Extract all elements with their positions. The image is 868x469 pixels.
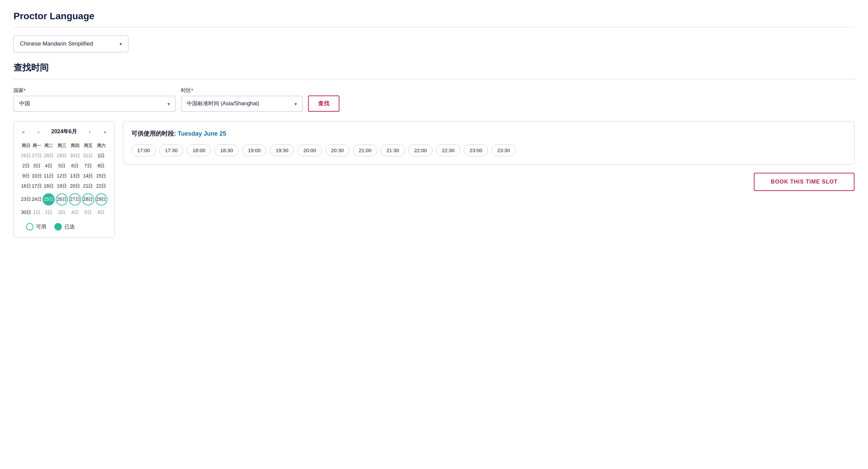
calendar-day[interactable]: 28日 <box>81 191 95 208</box>
timeslot-button[interactable]: 20:00 <box>298 144 322 156</box>
calendar-day[interactable]: 10日 <box>31 171 42 181</box>
timeslot-button[interactable]: 18:30 <box>214 144 239 156</box>
calendar-week-row: 2日3日4日5日6日7日8日 <box>21 161 108 171</box>
book-btn-row: BOOK THIS TIME SLOT <box>123 173 854 191</box>
calendar-day[interactable]: 15日 <box>95 171 108 181</box>
cal-prev-prev-button[interactable]: « <box>21 128 26 135</box>
calendar-week-row: 16日17日18日19日20日21日22日 <box>21 181 108 191</box>
timezone-dropdown[interactable]: 中国标准时间 (Asia/Shanghai) ▾ <box>181 96 303 112</box>
timeslot-button[interactable]: 23:30 <box>491 144 516 156</box>
calendar-day[interactable]: 21日 <box>81 181 95 191</box>
search-button[interactable]: 查找 <box>308 95 339 112</box>
calendar-day[interactable]: 20日 <box>68 181 81 191</box>
calendar-day[interactable]: 17日 <box>31 181 42 191</box>
calendar-day[interactable]: 14日 <box>81 171 95 181</box>
title-divider <box>14 27 854 27</box>
calendar-day[interactable]: 27日 <box>68 191 81 208</box>
calendar-day[interactable]: 3日 <box>31 161 42 171</box>
fields-row: 国家* 中国 ▾ 时区* 中国标准时间 (Asia/Shanghai) ▾ 查找 <box>14 87 854 112</box>
calendar-day: 4日 <box>68 208 81 218</box>
timeslot-button[interactable]: 22:30 <box>436 144 460 156</box>
calendar-day[interactable]: 16日 <box>21 181 31 191</box>
calendar-day: 31日 <box>81 151 95 161</box>
calendar-day[interactable]: 13日 <box>68 171 81 181</box>
calendar-weekday: 周一 <box>31 141 42 151</box>
calendar-day: 3日 <box>55 208 69 218</box>
timeslot-button[interactable]: 17:30 <box>159 144 183 156</box>
calendar-week-row: 30日1日2日3日4日5日6日 <box>21 208 108 218</box>
calendar-day[interactable]: 23日 <box>21 191 31 208</box>
legend-selected: 已选 <box>54 223 75 230</box>
calendar-day[interactable]: 2日 <box>21 161 31 171</box>
calendar-day: 28日 <box>42 151 55 161</box>
cal-next-button[interactable]: › <box>87 128 92 135</box>
calendar-body: 26日27日28日29日30日31日1日2日3日4日5日6日7日8日9日10日1… <box>21 151 108 218</box>
calendar-box: « ‹ 2024年6月 › » 周日周一周二周三周四周五周六 26日27日28日… <box>14 121 115 238</box>
calendar-day[interactable]: 29日 <box>95 191 108 208</box>
calendar-day: 5日 <box>81 208 95 218</box>
timeslots-title-label: 可供使用的时段: <box>131 130 176 137</box>
country-field-group: 国家* 中国 ▾ <box>14 87 176 112</box>
calendar-day[interactable]: 30日 <box>21 208 31 218</box>
country-chevron-icon: ▾ <box>168 101 170 107</box>
calendar-weekday: 周日 <box>21 141 31 151</box>
timeslot-button[interactable]: 22:00 <box>408 144 433 156</box>
calendar-day[interactable]: 19日 <box>55 181 69 191</box>
book-timeslot-button[interactable]: BOOK THIS TIME SLOT <box>754 173 854 191</box>
timeslots-box: 可供使用的时段: Tuesday June 25 17:0017:3018:00… <box>123 121 854 165</box>
calendar-header: « ‹ 2024年6月 › » <box>21 128 108 135</box>
cal-prev-button[interactable]: ‹ <box>36 128 41 135</box>
calendar-day: 1日 <box>31 208 42 218</box>
calendar-month-label: 2024年6月 <box>51 128 77 135</box>
timezone-label: 时区* <box>181 87 303 94</box>
calendar-day[interactable]: 4日 <box>42 161 55 171</box>
timeslot-button[interactable]: 23:00 <box>464 144 488 156</box>
timeslot-button[interactable]: 21:30 <box>381 144 405 156</box>
calendar-day[interactable]: 6日 <box>68 161 81 171</box>
calendar-week-row: 9日10日11日12日13日14日15日 <box>21 171 108 181</box>
country-dropdown[interactable]: 中国 ▾ <box>14 96 176 112</box>
timeslots-title-date: Tuesday June 25 <box>178 130 226 137</box>
timeslots-title: 可供使用的时段: Tuesday June 25 <box>131 130 846 138</box>
timeslot-button[interactable]: 19:00 <box>242 144 266 156</box>
calendar-day: 27日 <box>31 151 42 161</box>
timeslot-button[interactable]: 20:30 <box>325 144 350 156</box>
calendar-day[interactable]: 12日 <box>55 171 69 181</box>
legend-selected-icon <box>54 223 62 230</box>
calendar-day[interactable]: 18日 <box>42 181 55 191</box>
timeslots-grid: 17:0017:3018:0018:3019:0019:3020:0020:30… <box>131 144 846 156</box>
calendar-weekday: 周二 <box>42 141 55 151</box>
timeslot-button[interactable]: 18:00 <box>187 144 211 156</box>
calendar-weekday: 周三 <box>55 141 69 151</box>
calendar-weekday: 周六 <box>95 141 108 151</box>
search-section: 国家* 中国 ▾ 时区* 中国标准时间 (Asia/Shanghai) ▾ 查找 <box>14 87 854 112</box>
timeslot-button[interactable]: 19:30 <box>270 144 294 156</box>
calendar-day[interactable]: 5日 <box>55 161 69 171</box>
calendar-grid: 周日周一周二周三周四周五周六 26日27日28日29日30日31日1日2日3日4… <box>21 141 108 218</box>
calendar-day[interactable]: 25日 <box>42 191 55 208</box>
calendar-day: 30日 <box>68 151 81 161</box>
chevron-down-icon: ▾ <box>120 41 122 47</box>
calendar-week-row: 23日24日25日26日27日28日29日 <box>21 191 108 208</box>
cal-next-next-button[interactable]: » <box>102 128 108 135</box>
timeslot-button[interactable]: 21:00 <box>353 144 377 156</box>
country-value: 中国 <box>19 100 30 107</box>
language-dropdown[interactable]: Chinese Mandarin Simplified ▾ <box>14 35 128 52</box>
right-panel: 可供使用的时段: Tuesday June 25 17:0017:3018:00… <box>123 121 854 191</box>
calendar-day[interactable]: 8日 <box>95 161 108 171</box>
calendar-day[interactable]: 24日 <box>31 191 42 208</box>
calendar-day: 26日 <box>21 151 31 161</box>
timezone-field-group: 时区* 中国标准时间 (Asia/Shanghai) ▾ <box>181 87 303 112</box>
timeslot-button[interactable]: 17:00 <box>131 144 156 156</box>
timezone-chevron-icon: ▾ <box>295 101 297 107</box>
calendar-day: 29日 <box>55 151 69 161</box>
language-select-wrapper: Chinese Mandarin Simplified ▾ <box>14 35 854 52</box>
calendar-day[interactable]: 9日 <box>21 171 31 181</box>
calendar-day[interactable]: 11日 <box>42 171 55 181</box>
legend-available-label: 可用 <box>36 224 46 230</box>
calendar-day[interactable]: 22日 <box>95 181 108 191</box>
calendar-day[interactable]: 7日 <box>81 161 95 171</box>
calendar-day[interactable]: 1日 <box>95 151 108 161</box>
calendar-day: 6日 <box>95 208 108 218</box>
calendar-day[interactable]: 26日 <box>55 191 69 208</box>
